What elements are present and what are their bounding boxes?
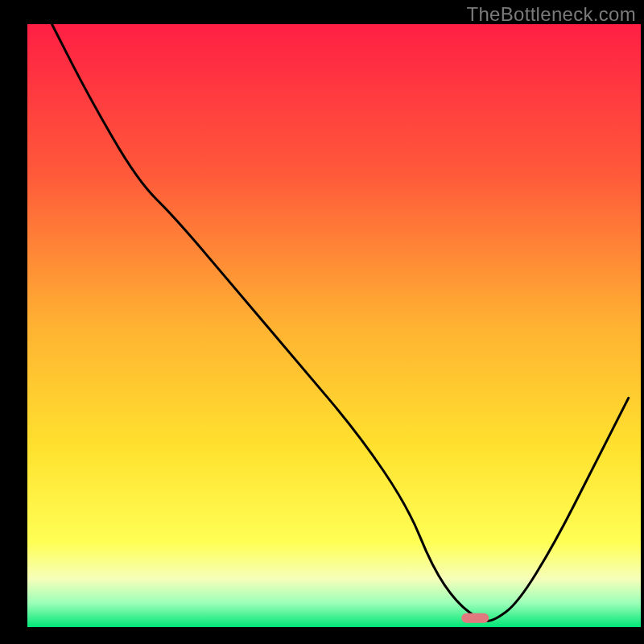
optimal-marker <box>461 613 489 623</box>
plot-gradient <box>27 24 641 627</box>
watermark-text: TheBottleneck.com <box>466 3 636 26</box>
chart-canvas <box>0 0 644 644</box>
